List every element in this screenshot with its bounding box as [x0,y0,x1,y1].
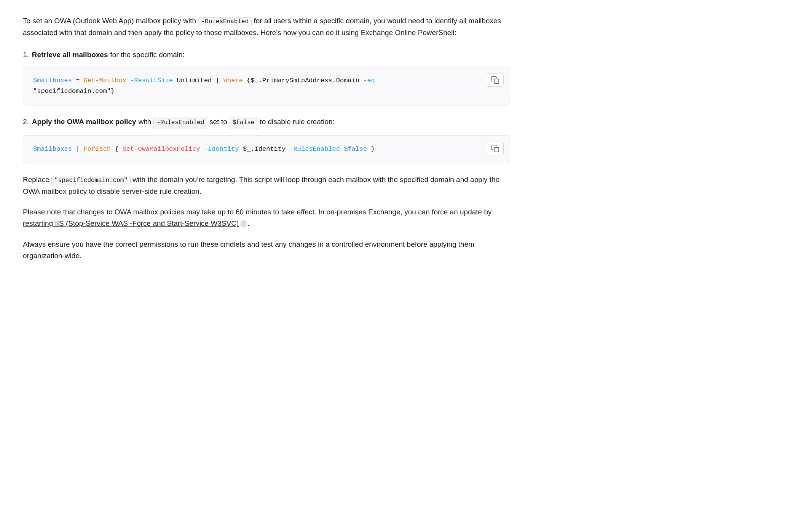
step-2-bold: Apply the OWA mailbox policy [32,116,136,128]
replace-code: "specificdomain.com" [51,176,131,185]
token-brace1: {$_.PrimarySmtpAddress.Domain [243,77,363,84]
note-after: . [247,219,249,227]
token-where: Where [223,77,243,84]
token-eq-op: -eq [363,77,375,84]
token-space-1 [126,77,130,84]
token-resultsize: -ResultSize [130,77,173,84]
step-1-header: 1. Retrieve all mailboxes for the specif… [23,49,510,61]
token-brace-2: { [111,145,123,153]
token-eq-1: = [72,77,84,84]
copy-button-1[interactable] [487,73,504,87]
svg-rect-0 [494,79,499,84]
token-mailboxes-2: $mailboxes [33,145,72,153]
code-block-2: $mailboxes | ForEach { Set-OwaMailboxPol… [23,135,510,163]
token-mailboxes-1: $mailboxes [33,77,72,84]
token-identity-flag: -Identity [204,145,239,153]
token-space-2 [200,145,204,153]
always-paragraph: Always ensure you have the correct permi… [23,239,510,262]
copy-button-2[interactable] [487,142,504,155]
svg-rect-1 [494,147,499,152]
footnote-badge: 1 [240,220,247,228]
step-2-header: 2. Apply the OWA mailbox policy with -Ru… [23,116,510,129]
step-2-post: to disable rule creation: [260,116,334,128]
code-content-1: $mailboxes = Get-Mailbox -ResultSize Unl… [33,75,500,97]
token-space-3 [340,145,344,153]
code-content-2: $mailboxes | ForEach { Set-OwaMailboxPol… [33,144,500,155]
step-2-code1: -RulesEnabled [153,117,207,129]
step-2: 2. Apply the OWA mailbox policy with -Ru… [23,116,510,163]
token-identity-val: $_.Identity [239,145,290,153]
code-block-1: $mailboxes = Get-Mailbox -ResultSize Unl… [23,67,510,105]
step-1-bold: Retrieve all mailboxes [32,49,108,61]
intro-text-before: To set an OWA (Outlook Web App) mailbox … [23,17,198,25]
token-rulesenabled: -RulesEnabled [289,145,340,153]
replace-paragraph: Replace "specificdomain.com" with the do… [23,174,510,197]
token-domain-val: "specificdomain.com"} [33,88,115,95]
token-false: $false [344,145,367,153]
always-text: Always ensure you have the correct permi… [23,240,474,260]
copy-icon-1 [491,76,499,84]
step-1-number: 1. [23,49,29,61]
copy-icon-2 [491,144,499,153]
token-set-owa: Set-OwaMailboxPolicy [123,145,200,153]
token-close-brace: } [367,145,375,153]
note-before: Please note that changes to OWA mailbox … [23,208,318,216]
token-foreach: ForEach [84,145,111,153]
note-paragraph: Please note that changes to OWA mailbox … [23,206,510,230]
replace-before: Replace [23,176,51,184]
token-pipe-2: | [72,145,84,153]
intro-paragraph: To set an OWA (Outlook Web App) mailbox … [23,15,510,38]
step-2-code2: $false [230,117,258,129]
step-2-pre: with [139,116,152,128]
token-unlimited: Unlimited | [173,77,223,84]
step-2-number: 2. [23,116,29,128]
step-1-rest: for the specific domain: [110,49,184,61]
step-2-mid: set to [209,116,227,128]
token-getmailbox: Get-Mailbox [84,77,126,84]
intro-code: -RulesEnabled [198,17,252,26]
step-1: 1. Retrieve all mailboxes for the specif… [23,49,510,105]
